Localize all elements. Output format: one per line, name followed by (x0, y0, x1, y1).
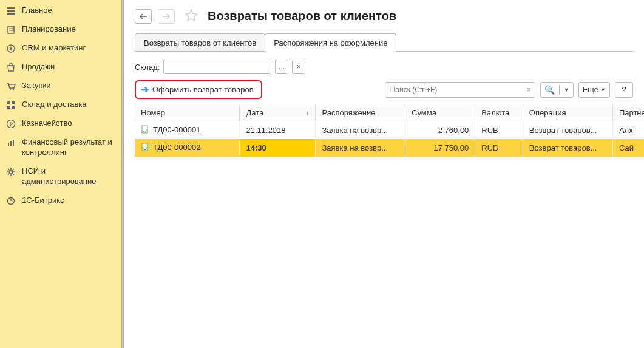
cell-operation: Возврат товаров... (523, 121, 612, 140)
main-area: Возвраты товаров от клиентов Возвраты то… (124, 0, 644, 348)
col-date[interactable]: Дата↓ (240, 104, 316, 121)
document-icon (141, 125, 149, 135)
cell-sum: 2 760,00 (405, 121, 475, 140)
chart-icon (6, 138, 16, 148)
cell-date: 21.11.2018 (240, 121, 316, 140)
arrow-right-icon: ➔ (141, 84, 149, 95)
svg-point-2 (10, 47, 12, 50)
sidebar-item-planning[interactable]: Планирование (0, 20, 121, 39)
back-button[interactable] (135, 9, 152, 24)
svg-rect-7 (7, 106, 10, 109)
sidebar-item-label: Закупки (22, 81, 50, 91)
action-label: Оформить возврат товаров (152, 85, 254, 94)
search-icon: 🔍 (544, 85, 555, 95)
sort-asc-icon: ↓ (305, 108, 310, 117)
bag-icon (6, 63, 16, 72)
page-title: Возвраты товаров от клиентов (208, 9, 396, 23)
cell-order: Заявка на возвр... (316, 139, 405, 157)
sidebar-item-label: Продажи (22, 62, 55, 72)
chevron-down-icon: ▼ (600, 87, 606, 93)
menu-icon (6, 6, 16, 16)
cell-partner: Алх (612, 121, 644, 140)
sidebar-item-label: CRM и маркетинг (22, 43, 86, 53)
col-order[interactable]: Распоряжение (316, 104, 405, 121)
svg-rect-8 (12, 106, 15, 109)
svg-rect-6 (12, 101, 15, 104)
cart-icon (6, 81, 16, 91)
warehouse-input[interactable] (163, 60, 271, 74)
search-input[interactable] (385, 83, 535, 97)
forward-button[interactable] (158, 9, 175, 24)
tab-label: Возвраты товаров от клиентов (144, 38, 256, 47)
cell-operation: Возврат товаров... (523, 139, 612, 157)
sidebar-item-label: Планирование (22, 24, 76, 35)
sidebar-item-label: Главное (22, 5, 52, 16)
sidebar-item-label: Казначейство (22, 118, 72, 129)
sidebar-item-nsi[interactable]: НСИ и администрирование (0, 162, 121, 191)
svg-point-3 (10, 89, 11, 90)
filter-menu-button[interactable]: 🔍 ▼ (540, 82, 574, 98)
table-header-row: Номер Дата↓ Распоряжение Сумма Валюта Оп… (135, 104, 644, 121)
search-clear-icon[interactable]: × (527, 86, 531, 94)
toolbar: ➔ Оформить возврат товаров × 🔍 ▼ Еще ▼ ? (124, 80, 644, 104)
sidebar-item-purchases[interactable]: Закупки (0, 77, 121, 95)
cell-number: ТД00-000002 (153, 143, 200, 152)
table-row[interactable]: ТД00-000001 21.11.2018 Заявка на возвр..… (135, 121, 644, 140)
svg-rect-13 (13, 140, 14, 146)
header: Возвраты товаров от клиентов (124, 0, 644, 30)
target-icon (6, 44, 16, 53)
ruble-icon: ₽ (6, 119, 16, 129)
tabs: Возвраты товаров от клиентов Распоряжени… (135, 33, 633, 52)
sidebar-item-bitrix[interactable]: 1С-Битрикс (0, 191, 121, 210)
search-box: × (385, 82, 535, 98)
warehouse-clear-button[interactable]: × (292, 60, 305, 74)
sidebar-item-finance[interactable]: Финансовый результат и контроллинг (0, 133, 121, 162)
sidebar-item-warehouse[interactable]: Склад и доставка (0, 95, 121, 114)
cell-number: ТД00-000001 (153, 125, 200, 134)
gear-icon (6, 167, 16, 177)
sidebar-item-label: Склад и доставка (22, 100, 87, 110)
filter-label-warehouse: Склад: (135, 63, 160, 72)
chevron-down-icon: ▼ (564, 87, 569, 93)
svg-rect-11 (8, 143, 9, 146)
plan-icon (6, 25, 16, 35)
svg-point-14 (9, 170, 13, 174)
sidebar-item-label: НСИ и администрирование (22, 166, 114, 187)
table: Номер Дата↓ Распоряжение Сумма Валюта Оп… (135, 104, 644, 348)
sidebar-item-main[interactable]: Главное (0, 1, 121, 20)
svg-text:₽: ₽ (10, 121, 13, 127)
grid-icon (6, 100, 16, 110)
cell-currency: RUB (475, 121, 523, 140)
table-row-selected[interactable]: ТД00-000002 14:30 Заявка на возвр... 17 … (135, 139, 644, 157)
svg-point-4 (13, 89, 14, 90)
cell-partner: Сай (612, 139, 644, 157)
more-menu-button[interactable]: Еще ▼ (578, 82, 610, 98)
col-currency[interactable]: Валюта (475, 104, 523, 121)
create-return-button[interactable]: ➔ Оформить возврат товаров (135, 80, 262, 99)
col-sum[interactable]: Сумма (405, 104, 475, 121)
help-button[interactable]: ? (615, 82, 633, 98)
favorite-icon[interactable] (185, 9, 198, 24)
svg-rect-5 (7, 101, 10, 104)
cell-date: 14:30 (240, 139, 316, 157)
cell-order: Заявка на возвр... (316, 121, 405, 140)
tab-orders[interactable]: Распоряжения на оформление (265, 33, 396, 52)
sidebar: Главное Планирование CRM и маркетинг Про… (0, 0, 121, 348)
help-label: ? (622, 85, 626, 94)
svg-rect-0 (8, 26, 14, 33)
sidebar-item-treasury[interactable]: ₽ Казначейство (0, 114, 121, 133)
sidebar-item-label: 1С-Битрикс (22, 196, 64, 206)
col-partner[interactable]: Партнер (612, 104, 644, 121)
sidebar-item-sales[interactable]: Продажи (0, 58, 121, 77)
filter-row: Склад: ... × (124, 52, 644, 80)
tab-returns[interactable]: Возвраты товаров от клиентов (135, 33, 265, 52)
warehouse-select-button[interactable]: ... (275, 60, 288, 74)
power-icon (6, 196, 16, 206)
document-icon (141, 143, 149, 153)
col-operation[interactable]: Операция (523, 104, 612, 121)
col-number[interactable]: Номер (135, 104, 240, 121)
cell-currency: RUB (475, 139, 523, 157)
tab-label: Распоряжения на оформление (274, 38, 387, 47)
sidebar-item-crm[interactable]: CRM и маркетинг (0, 39, 121, 58)
more-label: Еще (583, 85, 598, 94)
